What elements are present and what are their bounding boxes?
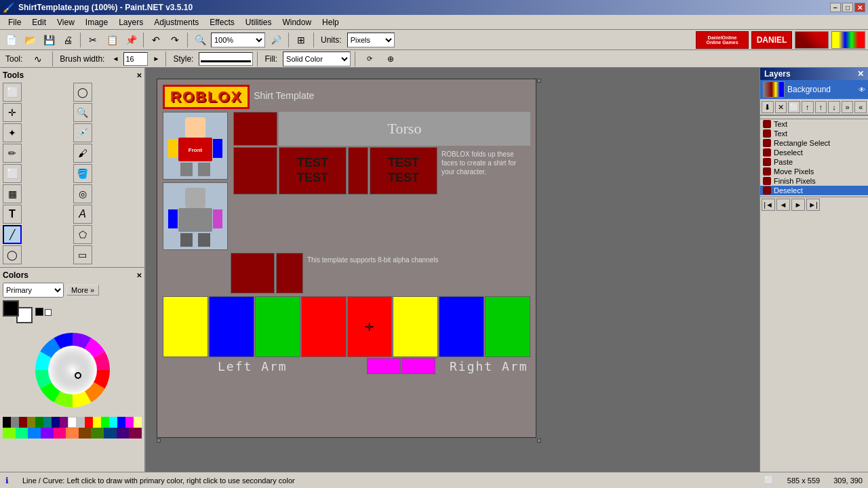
primary-color-swatch[interactable] — [3, 300, 19, 317]
minimize-button[interactable]: − — [830, 3, 841, 12]
color-crimson[interactable] — [129, 428, 142, 439]
color-wheel[interactable] — [28, 326, 117, 414]
zoom-out-button[interactable]: 🔍 — [192, 32, 208, 48]
color-brown[interactable] — [79, 428, 92, 439]
tool-text[interactable]: T — [3, 205, 22, 224]
history-start-btn[interactable]: |◄ — [762, 199, 775, 211]
tool-shapes[interactable]: ⬠ — [73, 225, 92, 244]
layer-background[interactable]: Background 👁 — [760, 80, 868, 100]
tool-ellipse[interactable]: ◯ — [3, 245, 22, 264]
color-darkgreen[interactable] — [35, 417, 43, 428]
color-orange[interactable] — [66, 428, 79, 439]
history-item-text2[interactable]: Text — [760, 129, 868, 138]
color-blueviolet[interactable] — [41, 428, 54, 439]
color-lime[interactable] — [101, 417, 109, 428]
new-button[interactable]: 📄 — [3, 32, 19, 48]
grid-button[interactable]: ⊞ — [293, 32, 309, 48]
history-item-finishpixels[interactable]: Finish Pixels — [760, 176, 868, 186]
layers-down-btn[interactable]: ↓ — [828, 101, 840, 113]
layers-extra-btn2[interactable]: « — [854, 101, 867, 113]
color-blue[interactable] — [117, 417, 125, 428]
layers-up-btn[interactable]: ↑ — [815, 101, 827, 113]
color-mode-select[interactable]: Primary Secondary — [3, 283, 64, 298]
menu-edit[interactable]: Edit — [26, 16, 52, 28]
tool-magic-wand[interactable]: ✦ — [3, 123, 22, 142]
color-olive[interactable] — [27, 417, 35, 428]
menu-help[interactable]: Help — [317, 16, 344, 28]
tool-eraser[interactable]: ⬜ — [3, 164, 22, 183]
fill-select[interactable]: Solid Color No Fill Gradient — [283, 52, 351, 66]
tool-text-alt[interactable]: A — [73, 205, 92, 224]
menu-adjustments[interactable]: Adjustments — [149, 16, 204, 28]
history-item-deselect1[interactable]: Deselect — [760, 148, 868, 157]
history-item-paste[interactable]: Paste — [760, 157, 868, 167]
menu-view[interactable]: View — [52, 16, 80, 28]
color-cyan[interactable] — [109, 417, 117, 428]
tool-color-picker[interactable]: 💉 — [73, 123, 92, 142]
zoom-select[interactable]: Window 100% — [211, 33, 265, 47]
layers-close-btn[interactable]: ✕ — [857, 69, 864, 79]
canvas-resize-handle-bottom[interactable] — [157, 439, 161, 443]
tool-clone-stamp[interactable]: ◎ — [73, 184, 92, 203]
tool-fill[interactable]: 🪣 — [73, 164, 92, 183]
undo-button[interactable]: ↶ — [148, 32, 164, 48]
tool-lasso-select[interactable]: ◯ — [73, 83, 92, 102]
brush-width-input[interactable] — [123, 52, 148, 66]
color-springgreen[interactable] — [16, 428, 28, 439]
tool-option-btn[interactable]: ∿ — [28, 51, 48, 67]
mini-secondary-swatch[interactable] — [45, 309, 52, 316]
tool-rectangle-select[interactable]: ⬜ — [3, 83, 22, 102]
color-red[interactable] — [85, 417, 93, 428]
color-white[interactable] — [68, 417, 77, 428]
units-select[interactable]: Pixels Inches cm — [347, 33, 395, 47]
tool-rectangle[interactable]: ▭ — [73, 245, 92, 264]
close-button[interactable]: ✕ — [854, 3, 865, 12]
cut-button[interactable]: ✂ — [85, 32, 101, 48]
history-item-rectselect[interactable]: Rectangle Select — [760, 138, 868, 148]
extra-toggle[interactable]: ⊕ — [382, 51, 399, 67]
history-item-movepixels[interactable]: Move Pixels — [760, 167, 868, 176]
color-chartreuse[interactable] — [3, 428, 16, 439]
color-darkred[interactable] — [19, 417, 27, 428]
copy-button[interactable]: 📋 — [104, 32, 120, 48]
brush-width-inc[interactable]: ► — [151, 51, 161, 67]
color-navy[interactable] — [52, 417, 60, 428]
print-button[interactable]: 🖨 — [60, 32, 76, 48]
tool-move[interactable]: ✛ — [3, 103, 22, 122]
layers-delete-btn[interactable]: ✕ — [775, 101, 787, 113]
menu-effects[interactable]: Effects — [204, 16, 239, 28]
color-teal[interactable] — [43, 417, 52, 428]
colors-close-button[interactable]: ✕ — [136, 272, 142, 279]
color-gray[interactable] — [11, 417, 19, 428]
tool-zoom[interactable]: 🔍 — [73, 103, 92, 122]
antialias-toggle[interactable]: ⟳ — [359, 51, 380, 67]
mini-primary-swatch[interactable] — [35, 308, 43, 316]
save-button[interactable]: 💾 — [41, 32, 57, 48]
menu-utilities[interactable]: Utilities — [240, 16, 277, 28]
layers-duplicate-btn[interactable]: ⬜ — [788, 101, 800, 113]
tool-paintbrush[interactable]: 🖌 — [73, 144, 92, 163]
history-next-btn[interactable]: ► — [791, 199, 805, 211]
history-end-btn[interactable]: ►| — [806, 199, 820, 211]
color-yellow[interactable] — [93, 417, 101, 428]
history-item-text1[interactable]: Text — [760, 119, 868, 129]
canvas-resize-handle[interactable] — [537, 79, 541, 83]
color-dodgerblue[interactable] — [28, 428, 41, 439]
canvas-resize-handle-corner[interactable] — [537, 439, 541, 443]
menu-image[interactable]: Image — [80, 16, 113, 28]
color-darkolive[interactable] — [91, 428, 104, 439]
color-deeppink[interactable] — [54, 428, 66, 439]
redo-button[interactable]: ↷ — [167, 32, 183, 48]
color-black[interactable] — [3, 417, 11, 428]
menu-file[interactable]: File — [3, 16, 26, 28]
canvas-area[interactable]: ROBLOX Shirt Template Front — [146, 68, 760, 472]
color-indigo[interactable] — [117, 428, 130, 439]
brush-width-dec[interactable]: ◄ — [110, 51, 121, 67]
tool-gradient[interactable]: ▦ — [3, 184, 22, 203]
color-purple[interactable] — [60, 417, 68, 428]
paste-button[interactable]: 📌 — [123, 32, 139, 48]
layers-merge-btn[interactable]: ↑ — [802, 101, 814, 113]
tool-pencil[interactable]: ✏ — [3, 144, 22, 163]
zoom-in-button[interactable]: 🔎 — [268, 32, 284, 48]
color-cerulean[interactable] — [104, 428, 117, 439]
